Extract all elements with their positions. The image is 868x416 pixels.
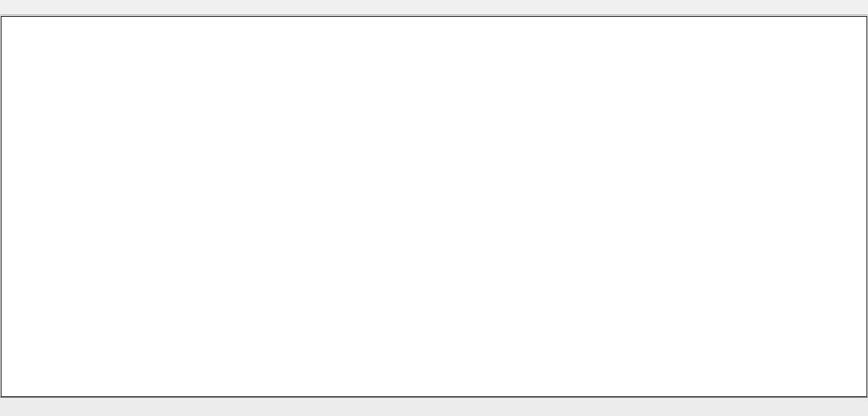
trading-app-window [0,0,868,416]
symbol-tab-bar [0,397,868,416]
period-toolbar [0,0,868,15]
tab-scroll-arrows [853,398,868,416]
chart-window [1,16,867,397]
chart-canvas[interactable] [1,17,867,396]
chart-title [9,20,19,31]
